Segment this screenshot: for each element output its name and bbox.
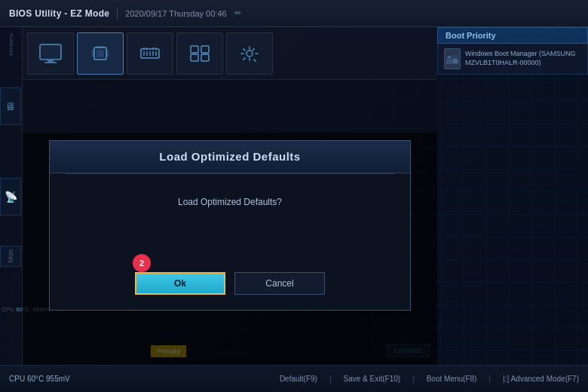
header-bar: BIOS Utility - EZ Mode 2020/09/17 Thursd… xyxy=(0,0,588,27)
cancel-button[interactable]: Cancel xyxy=(234,272,325,295)
svg-rect-17 xyxy=(143,51,145,56)
mon-label: Mon xyxy=(7,250,14,263)
cpu-label: CPU xyxy=(2,306,14,313)
boot-item-text: Windows Boot Manager (SAMSUNG MZVLB1T0HA… xyxy=(465,50,581,67)
svg-rect-18 xyxy=(146,51,148,56)
boot-menu-action[interactable]: Boot Menu(F8) xyxy=(427,375,477,383)
svg-rect-3 xyxy=(41,45,60,59)
header-divider xyxy=(117,8,118,20)
svg-rect-2 xyxy=(44,62,57,63)
tab-memory[interactable] xyxy=(127,32,173,75)
header-datetime: 2020/09/17 Thursday 00:46 xyxy=(125,9,226,18)
separator1: | xyxy=(329,375,332,383)
separator3: | xyxy=(488,375,491,383)
tabs-row xyxy=(23,27,437,80)
advanced-mode-action[interactable]: |:] Advanced Mode(F7) xyxy=(503,375,579,383)
svg-point-30 xyxy=(247,51,253,57)
dialog-question: Load Optimized Defaults? xyxy=(178,197,282,207)
dialog-box: Load Optimized Defaults Load Optimized D… xyxy=(49,140,411,311)
svg-rect-26 xyxy=(191,46,198,53)
content-area: Load Optimized Defaults Load Optimized D… xyxy=(23,27,437,365)
svg-rect-34 xyxy=(448,57,451,58)
main-content: Load Optimized Defaults Load Optimized D… xyxy=(23,80,437,365)
svg-rect-29 xyxy=(201,54,209,61)
boot-priority-header: Boot Priority xyxy=(437,27,588,44)
tab-display[interactable] xyxy=(27,32,74,75)
cpu-label-bottom: CPU xyxy=(9,375,25,383)
dialog-title: Load Optimized Defaults xyxy=(159,150,300,163)
left-sidebar: Versions 🖥 📡 Mon CPU 60°C 955mV xyxy=(0,27,23,365)
save-exit-action[interactable]: Save & Exit(F10) xyxy=(344,375,401,383)
tab-settings[interactable] xyxy=(226,32,273,75)
default-f9-action[interactable]: Default(F9) xyxy=(280,375,317,383)
tab-grid[interactable] xyxy=(176,32,223,75)
separator2: | xyxy=(412,375,415,383)
sidebar-display-item: 🖥 xyxy=(0,87,21,125)
dialog-title-bar: Load Optimized Defaults xyxy=(50,141,410,173)
cpu-status: CPU 60°C 955mV xyxy=(9,375,70,383)
right-panel: Boot Priority Windows Boot Manager (SAMS… xyxy=(437,27,588,75)
mon-label-container: Mon xyxy=(0,246,21,267)
versions-label: Versions xyxy=(8,33,14,57)
cpu-voltage-bottom: 955mV xyxy=(46,375,70,383)
status-bar: CPU 60°C 955mV Default(F9) | Save & Exit… xyxy=(0,365,588,392)
edit-icon[interactable]: ✏ xyxy=(234,8,241,18)
cpu-temp-bottom: 60°C xyxy=(27,375,44,383)
dialog-overlay: Load Optimized Defaults Load Optimized D… xyxy=(23,133,437,365)
boot-item: Windows Boot Manager (SAMSUNG MZVLB1T0HA… xyxy=(437,44,588,75)
ok-button[interactable]: Ok xyxy=(135,272,225,295)
dialog-buttons: 2 Ok Cancel xyxy=(50,265,410,310)
tab-cpu[interactable] xyxy=(77,32,124,75)
svg-rect-28 xyxy=(191,54,198,61)
svg-rect-20 xyxy=(152,51,154,56)
app-title: BIOS Utility - EZ Mode xyxy=(9,8,109,19)
svg-rect-5 xyxy=(96,50,104,57)
svg-rect-21 xyxy=(155,51,157,56)
main-area: Versions 🖥 📡 Mon CPU 60°C 955mV xyxy=(0,27,588,365)
sidebar-network-item: 📡 xyxy=(0,178,21,216)
svg-rect-27 xyxy=(201,46,209,53)
svg-rect-19 xyxy=(149,51,151,56)
step-badge: 2 xyxy=(133,254,151,272)
bottom-actions: Default(F9) | Save & Exit(F10) | Boot Me… xyxy=(280,375,579,383)
boot-disk-icon xyxy=(444,48,461,69)
dialog-body: Load Optimized Defaults? xyxy=(50,174,410,265)
svg-rect-1 xyxy=(47,60,54,62)
